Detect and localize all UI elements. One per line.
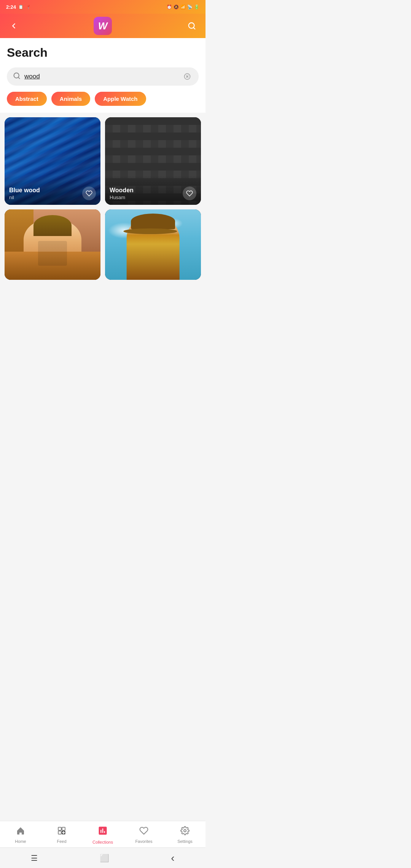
mute-icon: 🔕	[174, 5, 179, 10]
status-right: ⏰ 🔕 📶 📡 🔋	[167, 5, 199, 10]
wifi-icon: 📶	[180, 5, 186, 10]
location-icon: 📍	[26, 5, 31, 10]
chip-abstract[interactable]: Abstract	[7, 92, 47, 106]
grid: Blue wood nil Wooden Husam	[5, 117, 201, 280]
item-info-blue-wood: Blue wood nil	[5, 175, 100, 205]
wallpaper-item-wooden[interactable]: Wooden Husam	[105, 117, 201, 205]
svg-line-1	[193, 27, 195, 29]
filter-chips: Abstract Animals Apple Watch	[0, 92, 206, 113]
chip-apple-watch[interactable]: Apple Watch	[95, 92, 146, 106]
chip-animals[interactable]: Animals	[51, 92, 90, 106]
svg-line-3	[18, 77, 20, 78]
app-logo: W	[94, 17, 112, 35]
thumb-ts2	[105, 209, 201, 280]
item-author: Husam	[110, 195, 134, 200]
favorite-button-wooden[interactable]	[183, 187, 196, 200]
alarm-icon: ⏰	[167, 5, 172, 10]
thumb-ts1	[5, 209, 100, 280]
status-time: 2:24	[6, 4, 16, 10]
favorite-button-blue-wood[interactable]	[82, 187, 96, 200]
signal-icon: 📡	[187, 5, 193, 10]
wallpaper-item-blue-wood[interactable]: Blue wood nil	[5, 117, 100, 205]
item-title: Blue wood	[9, 187, 40, 194]
back-button[interactable]	[7, 19, 21, 33]
status-left: 2:24 📋 📍	[6, 4, 31, 10]
wallpaper-item-ts1[interactable]	[5, 209, 100, 280]
status-bar: 2:24 📋 📍 ⏰ 🔕 📶 📡 🔋	[0, 0, 206, 14]
item-title: Wooden	[110, 187, 134, 194]
page-title: Search	[7, 46, 199, 60]
item-author: nil	[9, 195, 40, 200]
item-text: Blue wood nil	[9, 187, 40, 200]
sim-icon: 📋	[18, 5, 24, 10]
item-info-wooden: Wooden Husam	[105, 175, 201, 205]
wallpaper-item-ts2[interactable]	[105, 209, 201, 280]
search-input[interactable]	[24, 73, 178, 80]
battery-icon: 🔋	[194, 5, 199, 10]
clear-search-button[interactable]	[182, 71, 193, 82]
search-icon	[13, 72, 21, 81]
page-title-section: Search	[0, 38, 206, 64]
wallpaper-grid: Blue wood nil Wooden Husam	[0, 113, 206, 280]
item-text: Wooden Husam	[110, 187, 134, 200]
app-bar: W	[0, 14, 206, 38]
header-search-button[interactable]	[185, 19, 199, 33]
search-bar-section	[0, 64, 206, 92]
search-bar	[7, 67, 199, 86]
